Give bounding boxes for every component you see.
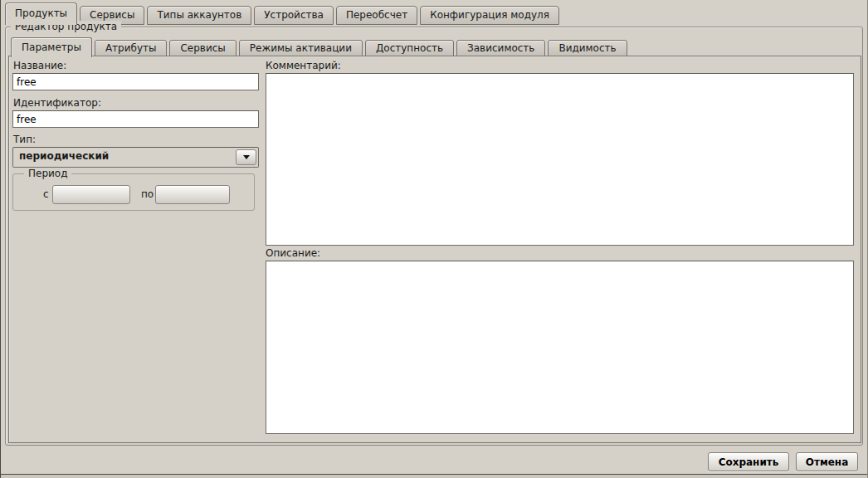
tab-products[interactable]: Продукты bbox=[5, 2, 77, 25]
tab-editor-services[interactable]: Сервисы bbox=[169, 40, 236, 56]
application-window: Продукты Сервисы Типы аккаунтов Устройст… bbox=[0, 0, 868, 478]
window-bottom-border bbox=[1, 474, 867, 478]
period-to-button[interactable] bbox=[155, 185, 230, 204]
type-combobox-arrow-button[interactable] bbox=[236, 149, 256, 165]
tab-visibility[interactable]: Видимость bbox=[548, 40, 627, 56]
tab-devices[interactable]: Устройства bbox=[254, 6, 334, 25]
identifier-input[interactable] bbox=[12, 110, 259, 128]
type-combobox[interactable]: периодический bbox=[12, 147, 259, 168]
period-from-label: с bbox=[43, 188, 49, 201]
comment-textarea[interactable] bbox=[266, 73, 854, 246]
editor-tabstrip: Параметры Атрибуты Сервисы Режимы актива… bbox=[11, 37, 627, 56]
tab-activation-modes[interactable]: Режимы активации bbox=[239, 40, 363, 56]
period-from-button[interactable] bbox=[52, 185, 130, 204]
period-groupbox: Период с по bbox=[12, 173, 255, 211]
save-button[interactable]: Сохранить bbox=[708, 452, 789, 471]
product-editor-groupbox: Редактор продукта Параметры Атрибуты Сер… bbox=[5, 27, 863, 446]
tab-attributes[interactable]: Атрибуты bbox=[95, 40, 168, 56]
cancel-button[interactable]: Отмена bbox=[796, 452, 858, 471]
period-to-label: по bbox=[141, 188, 154, 201]
comment-label: Комментарий: bbox=[266, 60, 341, 72]
type-combobox-value: периодический bbox=[19, 150, 109, 162]
identifier-label: Идентификатор: bbox=[13, 97, 101, 110]
chevron-down-icon bbox=[243, 155, 250, 159]
tab-dependency[interactable]: Зависимость bbox=[456, 40, 545, 56]
period-title: Период bbox=[24, 168, 71, 180]
tab-parameters[interactable]: Параметры bbox=[11, 37, 92, 57]
name-input[interactable] bbox=[12, 73, 259, 90]
tab-recalculation[interactable]: Переобсчет bbox=[336, 6, 417, 25]
description-label: Описание: bbox=[266, 247, 320, 260]
tab-availability[interactable]: Доступность bbox=[365, 40, 454, 56]
description-textarea[interactable] bbox=[266, 261, 854, 434]
tab-account-types[interactable]: Типы аккаунтов bbox=[147, 6, 251, 25]
type-label: Тип: bbox=[13, 134, 36, 146]
parameters-panel: Название: Идентификатор: Тип: периодичес… bbox=[8, 56, 861, 443]
name-label: Название: bbox=[13, 60, 66, 72]
tab-module-config[interactable]: Конфигурация модуля bbox=[420, 6, 559, 25]
